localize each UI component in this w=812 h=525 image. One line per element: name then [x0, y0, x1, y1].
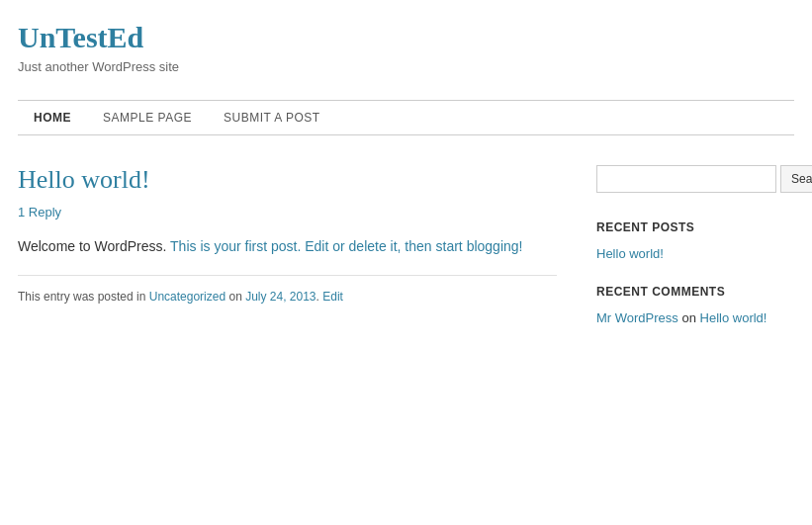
site-title-link[interactable]: UnTestEd [18, 20, 794, 55]
list-item: Hello world! [596, 246, 794, 261]
post-footer-prefix: This entry was posted in [18, 290, 149, 304]
site-nav: HOME SAMPLE PAGE SUBMIT A POST [18, 100, 794, 135]
sidebar: Search RECENT POSTS Hello world! RECENT … [596, 165, 794, 349]
post-footer: This entry was posted in Uncategorized o… [18, 275, 557, 304]
nav-item-sample-page[interactable]: SAMPLE PAGE [87, 101, 208, 134]
search-button[interactable]: Search [780, 165, 812, 193]
recent-comments-widget: RECENT COMMENTS Mr WordPress on Hello wo… [596, 285, 794, 325]
post-content-prefix: Welcome to WordPress. [18, 238, 170, 254]
recent-post-link-1[interactable]: Hello world! [596, 246, 664, 261]
search-input[interactable] [596, 165, 776, 193]
post-edit-link[interactable]: Edit [322, 290, 343, 304]
site-description: Just another WordPress site [18, 59, 794, 74]
recent-posts-list: Hello world! [596, 246, 794, 261]
recent-comments-title: RECENT COMMENTS [596, 285, 794, 299]
post-title: Hello world! [18, 165, 557, 195]
recent-posts-title: RECENT POSTS [596, 220, 794, 234]
replies-link[interactable]: 1 Reply [18, 205, 61, 219]
nav-link-sample-page[interactable]: SAMPLE PAGE [87, 101, 208, 134]
nav-item-home[interactable]: HOME [18, 101, 87, 134]
post-category-link[interactable]: Uncategorized [149, 290, 226, 304]
post-replies: 1 Reply [18, 205, 557, 219]
content-wrapper: Hello world! 1 Reply Welcome to WordPres… [18, 165, 794, 349]
recent-comment-item-1: Mr WordPress on Hello world! [596, 310, 794, 325]
post-date-link[interactable]: July 24, 2013 [245, 290, 316, 304]
main-content: Hello world! 1 Reply Welcome to WordPres… [18, 165, 557, 349]
post-title-link[interactable]: Hello world! [18, 165, 150, 194]
post-content-link[interactable]: This is your first post. Edit or delete … [170, 238, 522, 254]
comment-author-link-1[interactable]: Mr WordPress [596, 310, 678, 325]
site-header: UnTestEd Just another WordPress site [18, 20, 794, 84]
comment-post-link-1[interactable]: Hello world! [700, 310, 767, 325]
search-widget: Search [596, 165, 794, 193]
nav-link-home[interactable]: HOME [18, 101, 87, 134]
nav-item-submit-post[interactable]: SUBMIT A POST [208, 101, 336, 134]
comment-on-text: on [681, 310, 699, 325]
post-content: Welcome to WordPress. This is your first… [18, 235, 557, 257]
nav-list: HOME SAMPLE PAGE SUBMIT A POST [18, 101, 794, 134]
site-title: UnTestEd [18, 20, 794, 55]
nav-link-submit-post[interactable]: SUBMIT A POST [208, 101, 336, 134]
post-footer-date-prefix: on [226, 290, 245, 304]
recent-posts-widget: RECENT POSTS Hello world! [596, 220, 794, 261]
